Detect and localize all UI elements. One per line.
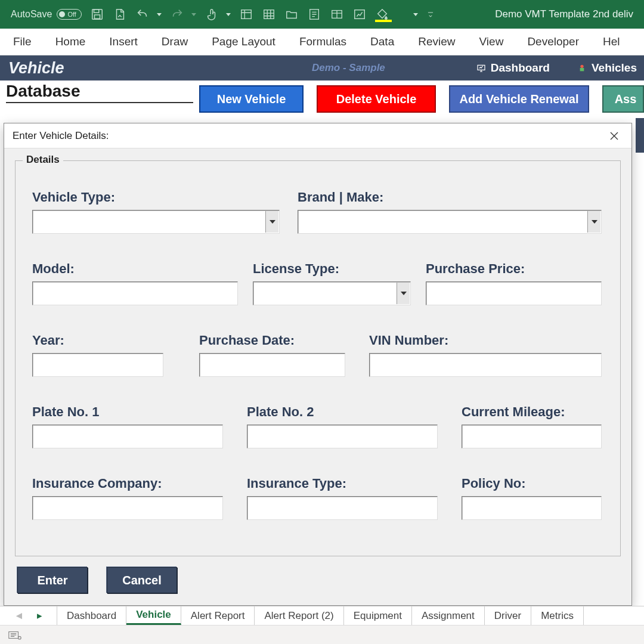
sheet-view-icon[interactable]: [239, 8, 253, 21]
vehicle-type-label: Vehicle Type:: [32, 190, 115, 205]
undo-dropdown-icon[interactable]: [156, 13, 162, 16]
nav-vehicles-label: Vehicles: [592, 61, 637, 75]
plate1-field[interactable]: [32, 425, 223, 448]
vehicle-type-input[interactable]: [33, 210, 279, 233]
plate1-input[interactable]: [33, 425, 222, 448]
ribbon-tab-page-layout[interactable]: Page Layout: [212, 35, 275, 48]
details-fieldset: Details Vehicle Type: Brand | Make: Mode…: [15, 160, 621, 556]
redo-dropdown-icon[interactable]: [190, 13, 196, 16]
svg-rect-7: [355, 10, 365, 19]
new-vehicle-button[interactable]: New Vehicle: [199, 85, 304, 113]
sheet-tab-driver[interactable]: Driver: [485, 606, 531, 625]
enter-button[interactable]: Enter: [17, 567, 88, 593]
assign-button[interactable]: Ass: [602, 85, 644, 113]
vehicle-type-dropdown-icon[interactable]: [265, 211, 278, 233]
purchase-date-label: Purchase Date:: [199, 333, 295, 348]
current-mileage-input[interactable]: [462, 425, 601, 448]
ribbon-tab-formulas[interactable]: Formulas: [299, 35, 346, 48]
ribbon-tab-developer[interactable]: Developer: [527, 35, 579, 48]
ribbon-tab-home[interactable]: Home: [55, 35, 86, 48]
ribbon-tabs: File Home Insert Draw Page Layout Formul…: [0, 29, 644, 55]
model-input[interactable]: [33, 282, 237, 305]
license-type-dropdown-icon[interactable]: [397, 283, 410, 304]
svg-rect-3: [242, 10, 252, 19]
ins-type-field[interactable]: [247, 496, 438, 520]
sheet-next-icon[interactable]: ▸: [37, 609, 42, 622]
close-icon: [609, 131, 619, 141]
license-type-combo[interactable]: [253, 281, 411, 305]
add-renewal-button[interactable]: Add Vehicle Renewal: [449, 85, 589, 113]
current-mileage-field[interactable]: [462, 425, 602, 448]
customize-qat-icon[interactable]: [426, 8, 435, 21]
sheet-tab-vehicle[interactable]: Vehicle: [126, 606, 181, 625]
form-icon[interactable]: [307, 8, 321, 21]
dialog-titlebar: Enter Vehicle Details:: [4, 123, 631, 148]
sheet-tab-alert-report-2[interactable]: Alert Report (2): [255, 606, 343, 625]
nav-vehicles[interactable]: Vehicles: [577, 61, 637, 75]
ins-company-input[interactable]: [33, 497, 222, 519]
app-title-line1: Vehicle: [8, 59, 64, 78]
brand-make-input[interactable]: [298, 210, 601, 233]
ribbon-tab-help[interactable]: Hel: [603, 35, 620, 48]
redo-icon[interactable]: [170, 8, 184, 21]
sheet-tab-assignment[interactable]: Assignment: [412, 606, 485, 625]
touch-dropdown-icon[interactable]: [225, 13, 231, 16]
policy-no-field[interactable]: [462, 496, 602, 520]
brand-make-dropdown-icon[interactable]: [587, 211, 600, 233]
undo-icon[interactable]: [135, 8, 150, 21]
model-field[interactable]: [32, 281, 238, 305]
chart-icon[interactable]: [352, 8, 367, 21]
vehicle-details-dialog: Enter Vehicle Details: Details Vehicle T…: [4, 123, 632, 606]
ins-type-input[interactable]: [247, 497, 437, 519]
touch-mode-icon[interactable]: [205, 8, 219, 21]
vin-number-input[interactable]: [370, 354, 601, 376]
toggle-knob: [59, 11, 65, 17]
year-field[interactable]: [32, 353, 163, 377]
autosave-toggle[interactable]: AutoSave Off: [11, 9, 82, 20]
close-button[interactable]: [605, 127, 623, 145]
purchase-price-input[interactable]: [426, 282, 601, 305]
macro-record-icon[interactable]: [8, 630, 21, 640]
year-input[interactable]: [33, 354, 163, 376]
ins-type-label: Insurance Type:: [247, 476, 346, 491]
delete-vehicle-button[interactable]: Delete Vehicle: [317, 85, 436, 113]
demo-label: Demo - Sample: [312, 62, 385, 74]
ribbon-tab-view[interactable]: View: [479, 35, 504, 48]
vin-number-field[interactable]: [369, 353, 602, 377]
ribbon-tab-file[interactable]: File: [13, 35, 32, 48]
sheet-tab-metrics[interactable]: Metrics: [531, 606, 584, 625]
vehicle-type-combo[interactable]: [32, 210, 280, 234]
cancel-button[interactable]: Cancel: [107, 567, 177, 593]
policy-no-input[interactable]: [462, 497, 601, 519]
autosave-state: Off: [67, 11, 76, 18]
ins-company-field[interactable]: [32, 496, 223, 520]
pivot-icon[interactable]: [262, 8, 276, 21]
purchase-date-input[interactable]: [200, 354, 345, 376]
ribbon-tab-draw[interactable]: Draw: [162, 35, 188, 48]
sheet-tab-dashboard[interactable]: Dashboard: [57, 606, 126, 625]
purchase-date-field[interactable]: [199, 353, 345, 377]
nav-dashboard[interactable]: Dashboard: [476, 61, 550, 75]
plate2-field[interactable]: [247, 425, 438, 448]
plate2-label: Plate No. 2: [247, 404, 314, 420]
license-type-input[interactable]: [253, 282, 410, 305]
purchase-price-field[interactable]: [426, 281, 602, 305]
sheet-nav[interactable]: ◄ ▸: [0, 606, 57, 625]
sheet-prev-icon[interactable]: ◄: [14, 610, 24, 622]
fill-dropdown-icon[interactable]: [412, 13, 418, 16]
plate2-input[interactable]: [247, 425, 437, 448]
brand-make-combo[interactable]: [298, 210, 602, 234]
new-vehicle-label: New Vehicle: [217, 92, 286, 106]
delete-vehicle-label: Delete Vehicle: [336, 92, 417, 106]
ribbon-tab-review[interactable]: Review: [418, 35, 455, 48]
table-icon[interactable]: [330, 8, 344, 21]
open-icon[interactable]: [284, 8, 299, 21]
ribbon-tab-data[interactable]: Data: [370, 35, 394, 48]
fill-color-icon[interactable]: [375, 8, 389, 21]
sheet-tab-alert-report[interactable]: Alert Report: [181, 606, 255, 625]
ribbon-tab-insert[interactable]: Insert: [109, 35, 138, 48]
save-icon[interactable]: [90, 8, 104, 21]
purchase-price-label: Purchase Price:: [426, 261, 525, 277]
sheet-tab-equipment[interactable]: Equipment: [344, 606, 412, 625]
export-icon[interactable]: [113, 8, 127, 21]
